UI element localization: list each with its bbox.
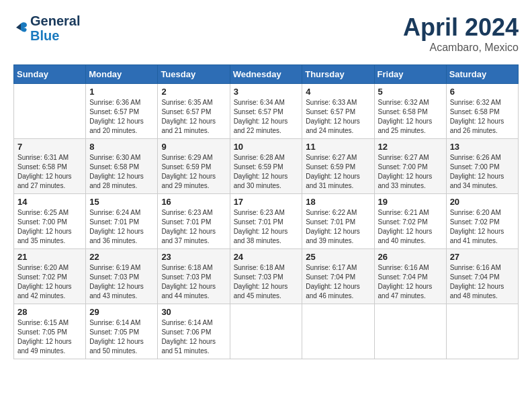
table-row: 29Sunrise: 6:14 AMSunset: 7:05 PMDayligh… — [86, 304, 158, 359]
day-info: Sunrise: 6:32 AMSunset: 6:58 PMDaylight:… — [378, 98, 443, 136]
day-info: Sunrise: 6:21 AMSunset: 7:02 PMDaylight:… — [378, 208, 443, 246]
table-row: 6Sunrise: 6:32 AMSunset: 6:58 PMDaylight… — [446, 84, 518, 139]
day-info: Sunrise: 6:20 AMSunset: 7:02 PMDaylight:… — [17, 263, 82, 301]
day-info: Sunrise: 6:16 AMSunset: 7:04 PMDaylight:… — [450, 263, 515, 301]
table-row — [374, 304, 446, 359]
logo: General Blue — [13, 13, 80, 43]
table-row — [446, 304, 518, 359]
day-info: Sunrise: 6:35 AMSunset: 6:57 PMDaylight:… — [161, 98, 226, 136]
table-row: 28Sunrise: 6:15 AMSunset: 7:05 PMDayligh… — [14, 304, 86, 359]
day-info: Sunrise: 6:14 AMSunset: 7:06 PMDaylight:… — [161, 318, 226, 356]
table-row: 19Sunrise: 6:21 AMSunset: 7:02 PMDayligh… — [374, 194, 446, 249]
day-number: 14 — [17, 197, 82, 207]
table-row: 25Sunrise: 6:17 AMSunset: 7:04 PMDayligh… — [302, 249, 374, 304]
day-number: 28 — [17, 307, 82, 317]
day-number: 19 — [378, 197, 443, 207]
table-row: 15Sunrise: 6:24 AMSunset: 7:01 PMDayligh… — [86, 194, 158, 249]
logo-icon — [13, 21, 28, 36]
table-row: 18Sunrise: 6:22 AMSunset: 7:01 PMDayligh… — [302, 194, 374, 249]
day-number: 17 — [234, 197, 299, 207]
day-number: 26 — [378, 252, 443, 262]
day-number: 4 — [306, 87, 370, 97]
col-tuesday: Tuesday — [158, 65, 230, 84]
calendar-week-row: 7Sunrise: 6:31 AMSunset: 6:58 PMDaylight… — [14, 139, 519, 194]
day-info: Sunrise: 6:18 AMSunset: 7:03 PMDaylight:… — [234, 263, 299, 301]
col-friday: Friday — [374, 65, 446, 84]
table-row: 30Sunrise: 6:14 AMSunset: 7:06 PMDayligh… — [158, 304, 230, 359]
day-number: 9 — [161, 142, 226, 152]
day-number: 22 — [89, 252, 154, 262]
table-row: 8Sunrise: 6:30 AMSunset: 6:58 PMDaylight… — [86, 139, 158, 194]
table-row: 21Sunrise: 6:20 AMSunset: 7:02 PMDayligh… — [14, 249, 86, 304]
table-row: 16Sunrise: 6:23 AMSunset: 7:01 PMDayligh… — [158, 194, 230, 249]
col-saturday: Saturday — [446, 65, 518, 84]
page-header: General Blue April 2024 Acambaro, Mexico — [13, 13, 519, 54]
table-row: 12Sunrise: 6:27 AMSunset: 7:00 PMDayligh… — [374, 139, 446, 194]
day-number: 18 — [306, 197, 370, 207]
col-sunday: Sunday — [14, 65, 86, 84]
table-row: 14Sunrise: 6:25 AMSunset: 7:00 PMDayligh… — [14, 194, 86, 249]
day-number: 29 — [89, 307, 154, 317]
day-number: 13 — [450, 142, 515, 152]
day-number: 16 — [161, 197, 226, 207]
day-info: Sunrise: 6:23 AMSunset: 7:01 PMDaylight:… — [161, 208, 226, 246]
table-row: 1Sunrise: 6:36 AMSunset: 6:57 PMDaylight… — [86, 84, 158, 139]
table-row: 2Sunrise: 6:35 AMSunset: 6:57 PMDaylight… — [158, 84, 230, 139]
day-info: Sunrise: 6:36 AMSunset: 6:57 PMDaylight:… — [89, 98, 154, 136]
logo-text2: Blue — [30, 28, 80, 43]
day-number: 3 — [234, 87, 299, 97]
day-info: Sunrise: 6:34 AMSunset: 6:57 PMDaylight:… — [234, 98, 299, 136]
day-number: 8 — [89, 142, 154, 152]
day-number: 15 — [89, 197, 154, 207]
table-row: 7Sunrise: 6:31 AMSunset: 6:58 PMDaylight… — [14, 139, 86, 194]
table-row: 23Sunrise: 6:18 AMSunset: 7:03 PMDayligh… — [158, 249, 230, 304]
day-number: 1 — [89, 87, 154, 97]
day-info: Sunrise: 6:33 AMSunset: 6:57 PMDaylight:… — [306, 98, 370, 136]
day-info: Sunrise: 6:18 AMSunset: 7:03 PMDaylight:… — [161, 263, 226, 301]
day-number: 23 — [161, 252, 226, 262]
day-info: Sunrise: 6:19 AMSunset: 7:03 PMDaylight:… — [89, 263, 154, 301]
table-row: 3Sunrise: 6:34 AMSunset: 6:57 PMDaylight… — [230, 84, 302, 139]
calendar-table: Sunday Monday Tuesday Wednesday Thursday… — [13, 64, 519, 359]
day-number: 27 — [450, 252, 515, 262]
day-info: Sunrise: 6:24 AMSunset: 7:01 PMDaylight:… — [89, 208, 154, 246]
day-number: 11 — [306, 142, 370, 152]
day-number: 5 — [378, 87, 443, 97]
table-row: 26Sunrise: 6:16 AMSunset: 7:04 PMDayligh… — [374, 249, 446, 304]
day-info: Sunrise: 6:22 AMSunset: 7:01 PMDaylight:… — [306, 208, 370, 246]
col-thursday: Thursday — [302, 65, 374, 84]
table-row: 5Sunrise: 6:32 AMSunset: 6:58 PMDaylight… — [374, 84, 446, 139]
day-info: Sunrise: 6:29 AMSunset: 6:59 PMDaylight:… — [161, 153, 226, 191]
calendar-week-row: 21Sunrise: 6:20 AMSunset: 7:02 PMDayligh… — [14, 249, 519, 304]
table-row: 20Sunrise: 6:20 AMSunset: 7:02 PMDayligh… — [446, 194, 518, 249]
table-row: 4Sunrise: 6:33 AMSunset: 6:57 PMDaylight… — [302, 84, 374, 139]
col-wednesday: Wednesday — [230, 65, 302, 84]
calendar-header-row: Sunday Monday Tuesday Wednesday Thursday… — [14, 65, 519, 84]
day-info: Sunrise: 6:20 AMSunset: 7:02 PMDaylight:… — [450, 208, 515, 246]
day-info: Sunrise: 6:14 AMSunset: 7:05 PMDaylight:… — [89, 318, 154, 356]
title-block: April 2024 Acambaro, Mexico — [403, 13, 519, 54]
logo-text: General — [30, 13, 80, 28]
day-info: Sunrise: 6:26 AMSunset: 7:00 PMDaylight:… — [450, 153, 515, 191]
day-info: Sunrise: 6:28 AMSunset: 6:59 PMDaylight:… — [234, 153, 299, 191]
day-number: 12 — [378, 142, 443, 152]
location: Acambaro, Mexico — [403, 42, 519, 54]
day-info: Sunrise: 6:23 AMSunset: 7:01 PMDaylight:… — [234, 208, 299, 246]
day-info: Sunrise: 6:31 AMSunset: 6:58 PMDaylight:… — [17, 153, 82, 191]
table-row: 10Sunrise: 6:28 AMSunset: 6:59 PMDayligh… — [230, 139, 302, 194]
day-number: 25 — [306, 252, 370, 262]
day-info: Sunrise: 6:17 AMSunset: 7:04 PMDaylight:… — [306, 263, 370, 301]
table-row — [230, 304, 302, 359]
table-row: 9Sunrise: 6:29 AMSunset: 6:59 PMDaylight… — [158, 139, 230, 194]
table-row: 22Sunrise: 6:19 AMSunset: 7:03 PMDayligh… — [86, 249, 158, 304]
day-info: Sunrise: 6:25 AMSunset: 7:00 PMDaylight:… — [17, 208, 82, 246]
table-row: 11Sunrise: 6:27 AMSunset: 6:59 PMDayligh… — [302, 139, 374, 194]
month-title: April 2024 — [403, 13, 519, 42]
day-number: 7 — [17, 142, 82, 152]
day-number: 30 — [161, 307, 226, 317]
table-row: 13Sunrise: 6:26 AMSunset: 7:00 PMDayligh… — [446, 139, 518, 194]
table-row — [14, 84, 86, 139]
table-row — [302, 304, 374, 359]
calendar-week-row: 14Sunrise: 6:25 AMSunset: 7:00 PMDayligh… — [14, 194, 519, 249]
day-number: 6 — [450, 87, 515, 97]
